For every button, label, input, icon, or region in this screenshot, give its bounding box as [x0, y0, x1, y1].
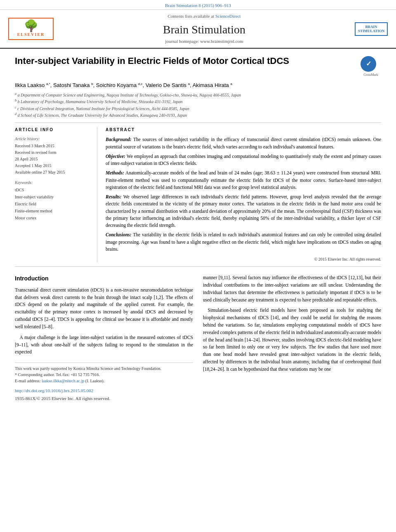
- abstract-results: Results: We observed large differences i…: [106, 193, 381, 229]
- journal-title: Brain Stimulation: [54, 21, 355, 38]
- intro-right-p2: Simulation-based electric field models h…: [203, 307, 381, 373]
- introduction-section: Introduction Transcranial direct current…: [15, 274, 381, 402]
- abstract-objective: Objective: We employed an approach that …: [106, 153, 381, 167]
- keywords-label: Keywords:: [15, 180, 90, 186]
- keyword-4: Finite-element method: [15, 207, 90, 214]
- intro-right-p1: manner [9,11]. Several factors may influ…: [203, 274, 381, 304]
- abstract-conclusions: Conclusions: The variability in the elec…: [106, 231, 381, 253]
- crossmark: ✓ CrossMark: [361, 56, 381, 77]
- homepage-label: journal homepage:: [165, 39, 199, 44]
- introduction-title: Introduction: [15, 274, 193, 283]
- affiliation-a: a a Department of Computer Science and E…: [15, 92, 381, 98]
- crossmark-label: CrossMark: [361, 73, 381, 77]
- keywords-list: tDCS Inter-subject variability Electric …: [15, 186, 90, 221]
- introduction-two-col: Introduction Transcranial direct current…: [15, 274, 381, 402]
- abstract-background: Background: The sources of inter-subject…: [106, 136, 381, 151]
- received-date: Received 3 March 2015: [15, 143, 90, 149]
- affiliation-d: d d School of Life Sciences, The Graduat…: [15, 112, 381, 118]
- results-label: Results:: [106, 194, 121, 199]
- main-content: Inter-subject Variability in Electric Fi…: [0, 49, 396, 409]
- keyword-3: Electric field: [15, 200, 90, 207]
- objective-text: We employed an approach that combines im…: [106, 154, 381, 166]
- footnote-support: This work was partly supported by Konica…: [15, 365, 193, 372]
- footnote-email-label: E-mail address:: [15, 379, 40, 383]
- methods-text: Anatomically-accurate models of the head…: [106, 170, 381, 190]
- authors-line: Ilkka Laakso a,*, Satoshi Tanaka b, Soic…: [15, 82, 381, 89]
- history-dates: Received 3 March 2015 Received in revise…: [15, 143, 90, 176]
- elsevier-tree-icon: 🌳: [24, 20, 38, 32]
- copyright-text: © 2015 Elsevier Inc. All rights reserved…: [106, 256, 381, 262]
- journal-center: Contents lists available at ScienceDirec…: [54, 13, 355, 45]
- journal-homepage: journal homepage: www.brainstimjrnl.com: [54, 38, 355, 45]
- footnote-area: This work was partly supported by Konica…: [15, 363, 193, 384]
- keyword-5: Motor cortex: [15, 214, 90, 221]
- article-info-header: ARTICLE INFO: [15, 127, 90, 133]
- footnote-email-link[interactable]: laakso.ilkka@nitech.ac.jp: [42, 379, 84, 383]
- brain-stim-logo: BRAINSTIMULATION: [355, 22, 388, 36]
- doi-line: http://dx.doi.org/10.1016/j.brs.2015.05.…: [15, 387, 193, 394]
- brain-stim-box: BRAINSTIMULATION: [355, 22, 388, 36]
- objective-label: Objective:: [106, 154, 125, 159]
- journal-banner: Brain Stimulation 8 (2015) 906–913: [0, 0, 396, 9]
- conclusions-label: Conclusions:: [106, 232, 132, 237]
- article-title-row: Inter-subject Variability in Electric Fi…: [15, 55, 381, 77]
- contents-available-text: Contents lists available at: [167, 14, 214, 19]
- received-revised-label: Received in revised form: [15, 149, 90, 156]
- elsevier-logo: 🌳 ELSEVIER: [8, 18, 54, 40]
- intro-left-p1: Transcranial direct current stimulation …: [15, 287, 193, 331]
- footnote-email-note: (I. Laakso).: [85, 379, 104, 383]
- background-label: Background:: [106, 137, 132, 142]
- doi-link[interactable]: http://dx.doi.org/10.1016/j.brs.2015.05.…: [15, 388, 93, 393]
- sciencedirect-link[interactable]: ScienceDirect: [215, 14, 241, 19]
- affiliation-b: b b Laboratory of Psychology, Hamamatsu …: [15, 98, 381, 105]
- separator: [15, 122, 381, 123]
- issn-line: 1935-861X/© 2015 Elsevier Inc. All right…: [15, 395, 193, 402]
- separator-2: [15, 266, 381, 267]
- available-date: Available online 27 May 2015: [15, 169, 90, 176]
- abstract-methods: Methods: Anatomically-accurate models of…: [106, 169, 381, 191]
- footnote-email-line: E-mail address: laakso.ilkka@nitech.ac.j…: [15, 378, 193, 384]
- article-info-col: ARTICLE INFO Article history: Received 3…: [15, 127, 97, 262]
- background-text: The sources of inter-subject variability…: [106, 137, 381, 149]
- abstract-header: ABSTRACT: [106, 127, 381, 133]
- sciencedirect-line: Contents lists available at ScienceDirec…: [54, 13, 355, 19]
- affiliation-c: c c Division of Cerebral Integration, Na…: [15, 105, 381, 112]
- keyword-1: tDCS: [15, 186, 90, 193]
- intro-right-col: manner [9,11]. Several factors may influ…: [203, 274, 381, 402]
- intro-left-p2: A major challenge is the large inter-sub…: [15, 334, 193, 356]
- journal-header: 🌳 ELSEVIER Contents lists available at S…: [0, 9, 396, 49]
- article-title: Inter-subject Variability in Electric Fi…: [15, 55, 356, 67]
- abstract-col: ABSTRACT Background: The sources of inte…: [106, 127, 381, 262]
- keyword-2: Inter-subject variability: [15, 193, 90, 200]
- crossmark-icon: ✓: [361, 56, 376, 72]
- elsevier-label: ELSEVIER: [17, 32, 45, 38]
- affiliations: a a Department of Computer Science and E…: [15, 92, 381, 118]
- intro-left-col: Introduction Transcranial direct current…: [15, 274, 193, 402]
- abstract-text: Background: The sources of inter-subject…: [106, 136, 381, 262]
- accepted-date: Accepted 1 May 2015: [15, 162, 90, 169]
- results-text: We observed large differences in each in…: [106, 194, 381, 228]
- methods-label: Methods:: [106, 170, 124, 175]
- footnote-corresponding: * Corresponding author. Tel./fax: +81 52…: [15, 372, 193, 378]
- conclusions-text: The variability in the electric fields i…: [106, 232, 381, 252]
- history-label: Article history:: [15, 136, 90, 142]
- banner-text: Brain Stimulation 8 (2015) 906–913: [165, 3, 231, 8]
- info-abstract-section: ARTICLE INFO Article history: Received 3…: [15, 127, 381, 262]
- revised-date: 28 April 2015: [15, 156, 90, 162]
- homepage-url: www.brainstimjrnl.com: [200, 39, 243, 44]
